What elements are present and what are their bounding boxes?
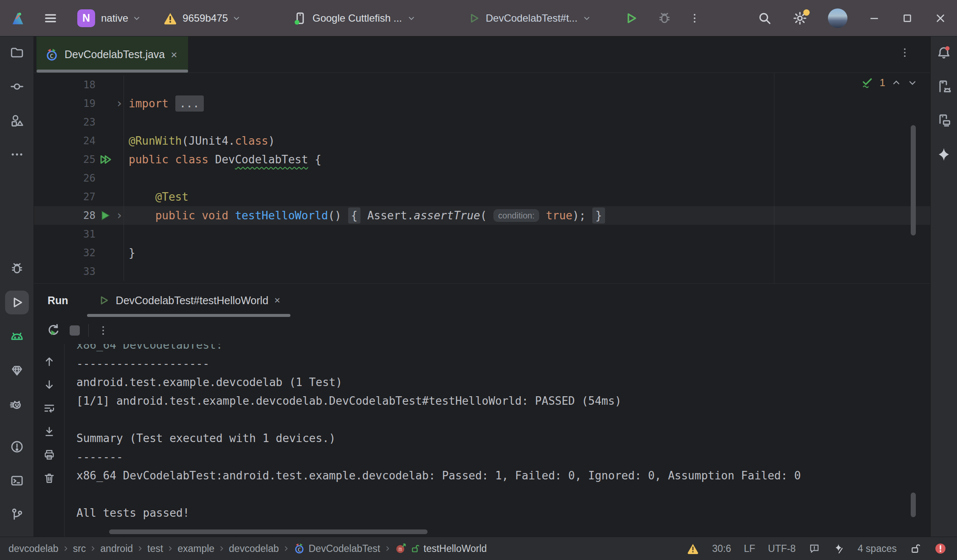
statusbar-warning-icon[interactable] [687, 542, 699, 555]
run-tool-icon[interactable] [5, 291, 29, 314]
code-editor[interactable]: 1819›import ...2324@RunWith(JUnit4.class… [34, 73, 930, 283]
tab-close-icon[interactable]: × [171, 49, 177, 60]
run-options-kebab-icon[interactable] [97, 325, 109, 336]
main-menu-hamburger-icon[interactable] [43, 11, 58, 25]
line-number[interactable]: 24 [34, 135, 96, 147]
code-text[interactable] [124, 262, 930, 281]
code-text[interactable] [124, 225, 930, 244]
code-line-25[interactable]: 25public class DevCodelabTest { [34, 150, 930, 169]
commit-tool-icon[interactable] [5, 75, 29, 98]
terminal-tool-icon[interactable] [5, 469, 29, 493]
tab-options-kebab-icon[interactable] [899, 47, 911, 59]
code-line-23[interactable]: 23 [34, 113, 930, 132]
code-text[interactable]: public class DevCodelabTest { [124, 150, 930, 169]
run-session-tab[interactable]: DevCodelabTest#testHelloWorld × [87, 284, 290, 317]
soft-wrap-icon[interactable] [41, 401, 58, 415]
clear-all-trash-icon[interactable] [41, 471, 58, 485]
debug-button[interactable] [657, 0, 672, 36]
code-line-19[interactable]: 19›import ... [34, 94, 930, 113]
window-close-button[interactable] [934, 12, 947, 25]
code-text[interactable]: import ... [124, 94, 930, 113]
breadcrumb-item-method[interactable]: m testHelloWorld [395, 543, 487, 554]
project-badge[interactable]: N [77, 9, 95, 27]
code-line-31[interactable]: 31 [34, 225, 930, 244]
line-number[interactable]: 26 [34, 172, 96, 184]
editor-tab-devcodelabtest[interactable]: C DevCodelabTest.java × [37, 36, 188, 73]
gemini-sparkle-icon[interactable] [933, 143, 954, 166]
project-tool-icon[interactable] [5, 41, 29, 64]
vcs-ref-label[interactable]: 9659b475 [183, 12, 228, 24]
device-manager-icon[interactable] [933, 109, 954, 132]
user-avatar[interactable] [828, 8, 847, 28]
scroll-to-end-icon[interactable] [41, 424, 58, 439]
line-number[interactable]: 28 [34, 210, 96, 221]
breadcrumb-item[interactable]: devcodelab [229, 543, 279, 554]
logcat-android-icon[interactable] [5, 325, 29, 348]
next-highlight-chevron-icon[interactable] [907, 78, 918, 88]
unlocked-file-icon[interactable] [909, 543, 921, 554]
breadcrumb-item[interactable]: devcodelab [8, 543, 59, 554]
more-actions-kebab-icon[interactable] [689, 0, 701, 36]
line-number[interactable]: 27 [34, 191, 96, 203]
rerun-icon[interactable] [46, 323, 61, 338]
scroll-up-icon[interactable] [41, 354, 58, 369]
settings-gear-icon[interactable] [792, 11, 808, 26]
encoding-selector[interactable]: UTF-8 [768, 543, 796, 554]
fold-chevron-icon[interactable]: › [115, 94, 124, 113]
code-text[interactable]: } [124, 244, 930, 262]
indent-selector[interactable]: 4 spaces [858, 543, 897, 554]
chevron-down-icon[interactable] [232, 14, 241, 22]
sparkle-pen-icon[interactable] [833, 543, 845, 554]
line-number[interactable]: 25 [34, 154, 96, 165]
line-number[interactable]: 33 [34, 266, 96, 277]
line-number[interactable]: 18 [34, 79, 96, 91]
run-configuration-selector[interactable]: DevCodelabTest#t... [467, 0, 591, 36]
code-line-18[interactable]: 18 [34, 76, 930, 94]
code-text[interactable]: @Test [124, 188, 930, 206]
code-line-32[interactable]: 32} [34, 244, 930, 262]
code-line-27[interactable]: 27 @Test [34, 188, 930, 206]
fold-chevron-icon[interactable]: › [115, 206, 124, 225]
breadcrumb-item[interactable]: src [73, 543, 86, 554]
notifications-bell-icon[interactable] [933, 41, 954, 64]
breadcrumb-item[interactable]: android [100, 543, 133, 554]
console-horizontal-scrollbar-thumb[interactable] [109, 529, 428, 534]
print-icon[interactable] [41, 448, 58, 462]
code-text[interactable]: @RunWith(JUnit4.class) [124, 132, 930, 150]
vcs-warning-icon[interactable] [163, 11, 177, 25]
line-number[interactable]: 19 [34, 98, 96, 109]
app-quality-insights-gem-icon[interactable] [5, 358, 29, 382]
error-badge-icon[interactable] [934, 542, 947, 555]
run-button[interactable] [623, 0, 639, 36]
previous-highlight-chevron-icon[interactable] [891, 78, 901, 88]
scroll-down-icon[interactable] [41, 378, 58, 392]
code-line-26[interactable]: 26 [34, 169, 930, 188]
chevron-down-icon[interactable] [132, 14, 141, 22]
running-devices-icon[interactable] [933, 75, 954, 98]
code-text[interactable] [124, 169, 930, 188]
breadcrumb-item[interactable]: test [147, 543, 163, 554]
editor-lines[interactable]: 1819›import ...2324@RunWith(JUnit4.class… [34, 73, 930, 281]
line-number[interactable]: 23 [34, 116, 96, 128]
code-line-33[interactable]: 33 [34, 262, 930, 281]
inspections-widget[interactable]: 1 [861, 76, 918, 89]
search-everywhere-icon[interactable] [757, 11, 772, 25]
code-line-28[interactable]: 28› public void testHelloWorld() { Asser… [34, 206, 930, 225]
editor-scrollbar-thumb[interactable] [911, 125, 916, 235]
more-tool-windows-icon[interactable] [5, 143, 29, 166]
device-selector[interactable]: Google Cuttlefish ... [293, 0, 416, 36]
version-control-branch-icon[interactable] [5, 503, 29, 526]
profiler-cat-icon[interactable] [5, 392, 29, 416]
line-ending-selector[interactable]: LF [744, 543, 755, 554]
code-line-24[interactable]: 24@RunWith(JUnit4.class) [34, 132, 930, 150]
code-text[interactable]: public void testHelloWorld() { Assert.as… [124, 206, 930, 225]
notification-bubble-icon[interactable] [808, 543, 820, 554]
resource-manager-icon[interactable] [5, 109, 29, 132]
line-number[interactable]: 31 [34, 228, 96, 240]
window-maximize-button[interactable] [901, 12, 914, 25]
caret-position[interactable]: 30:6 [712, 543, 731, 554]
console-vertical-scrollbar-thumb[interactable] [911, 493, 916, 517]
breadcrumb-item[interactable]: example [177, 543, 214, 554]
problems-tool-icon[interactable] [5, 435, 29, 459]
run-class-gutter-icon[interactable] [96, 152, 115, 167]
